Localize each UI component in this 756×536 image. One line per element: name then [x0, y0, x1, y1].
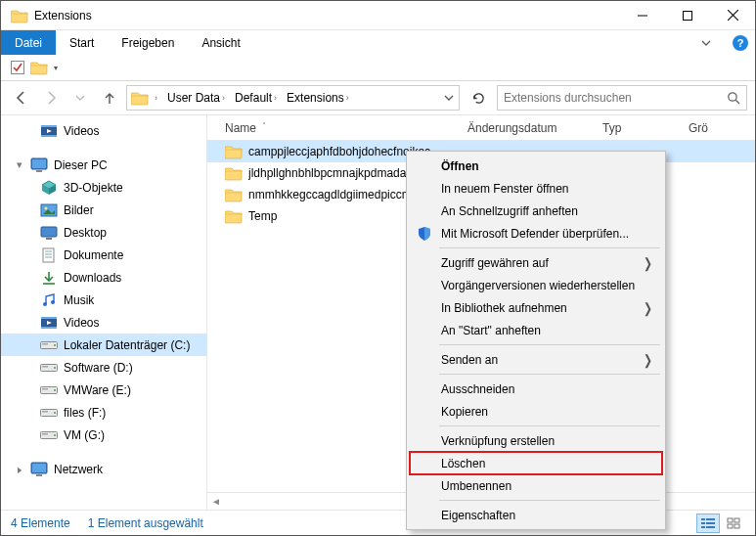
submenu-arrow-icon — [644, 353, 652, 367]
svg-rect-22 — [41, 227, 57, 237]
qat-checkbox[interactable] — [11, 61, 24, 74]
breadcrumb-segment[interactable]: User Data › — [163, 91, 229, 105]
breadcrumb-segment[interactable]: Extensions › — [283, 91, 353, 105]
svg-rect-7 — [684, 11, 692, 20]
breadcrumb[interactable]: › User Data ›Default ›Extensions › — [126, 85, 460, 111]
view-large-icons-button[interactable] — [722, 514, 745, 533]
menu-item[interactable]: In neuem Fenster öffnen — [410, 177, 662, 200]
folder-icon — [225, 144, 243, 159]
file-name: Temp — [248, 209, 277, 223]
search-box[interactable] — [497, 85, 747, 111]
menu-item[interactable]: An "Start" anheften — [410, 319, 662, 341]
svg-point-20 — [45, 206, 48, 209]
ribbon-tab-freigeben[interactable]: Freigeben — [108, 30, 188, 55]
menu-item[interactable]: Löschen — [410, 452, 662, 474]
svg-rect-41 — [728, 518, 733, 522]
close-button[interactable] — [710, 1, 755, 30]
ribbon-expand-button[interactable] — [687, 30, 726, 55]
menu-item[interactable]: Umbenennen — [410, 474, 662, 497]
nav-back-button[interactable] — [9, 85, 34, 111]
svg-rect-36 — [706, 518, 715, 520]
sidebar-item[interactable]: Desktop — [1, 221, 206, 244]
status-item-count: 4 Elemente — [11, 516, 70, 530]
menu-item[interactable]: Eigenschaften — [410, 504, 662, 526]
minimize-button[interactable] — [620, 1, 665, 30]
sidebar-item[interactable]: files (F:) — [1, 401, 206, 424]
sidebar-item[interactable]: Videos — [1, 119, 206, 142]
breadcrumb-folder-icon — [131, 90, 149, 106]
menu-separator — [439, 425, 660, 426]
maximize-button[interactable] — [665, 1, 710, 30]
column-headers[interactable]: Name˄ Änderungsdatum Typ Grö — [207, 115, 755, 141]
sidebar-item[interactable]: Lokaler Datenträger (C:) — [1, 334, 206, 356]
qat-dropdown-icon[interactable]: ▾ — [54, 64, 58, 72]
sidebar-item[interactable]: Bilder — [1, 199, 206, 221]
nav-up-button[interactable] — [97, 85, 122, 111]
menu-item[interactable]: Zugriff gewähren auf — [410, 251, 662, 274]
chevron-right-icon: › — [222, 93, 225, 103]
menu-item[interactable]: Ausschneiden — [410, 378, 662, 400]
ribbon-tabs: DateiStartFreigebenAnsicht ? — [1, 30, 755, 55]
chevron-right-icon: › — [155, 93, 157, 103]
column-modified[interactable]: Änderungsdatum — [467, 121, 602, 135]
sidebar-item[interactable]: VMWare (E:) — [1, 379, 206, 401]
navigation-pane[interactable]: VideosDieser PC3D-ObjekteBilderDesktopDo… — [1, 115, 207, 510]
chevron-right-icon: › — [274, 93, 277, 103]
menu-item[interactable]: Öffnen — [410, 155, 662, 177]
submenu-arrow-icon — [644, 301, 652, 315]
svg-rect-44 — [734, 524, 739, 528]
view-details-button[interactable] — [696, 514, 720, 533]
menu-item[interactable]: Kopieren — [410, 400, 662, 423]
network-icon — [30, 462, 48, 477]
svg-rect-43 — [728, 524, 733, 528]
svg-point-10 — [729, 93, 736, 101]
downloads-icon — [40, 270, 58, 286]
drive-icon — [40, 337, 58, 353]
videos-icon — [40, 315, 58, 331]
pictures-icon — [40, 202, 58, 218]
search-icon[interactable] — [727, 91, 740, 105]
titlebar: Extensions — [1, 1, 755, 30]
menu-item[interactable]: Mit Microsoft Defender überprüfen... — [410, 222, 662, 245]
videos-icon — [40, 123, 58, 139]
ribbon-tab-start[interactable]: Start — [56, 30, 108, 55]
breadcrumb-segment[interactable]: Default › — [231, 91, 281, 105]
menu-separator — [439, 500, 660, 501]
menu-item[interactable]: Senden an — [410, 348, 662, 371]
nav-recent-dropdown[interactable] — [67, 85, 93, 111]
menu-item[interactable]: In Bibliothek aufnehmen — [410, 296, 662, 319]
sidebar-item[interactable]: Musik — [1, 289, 206, 311]
context-menu[interactable]: ÖffnenIn neuem Fenster öffnenAn Schnellz… — [406, 151, 666, 530]
sidebar-item[interactable]: VM (G:) — [1, 424, 206, 446]
svg-line-11 — [735, 100, 739, 104]
qat-folder-icon[interactable] — [30, 60, 48, 75]
svg-rect-13 — [41, 125, 57, 127]
search-input[interactable] — [504, 91, 727, 105]
ribbon-tab-datei[interactable]: Datei — [1, 30, 56, 55]
sidebar-item[interactable]: 3D-Objekte — [1, 176, 206, 199]
sidebar-item[interactable]: Software (D:) — [1, 356, 206, 379]
refresh-button[interactable] — [466, 85, 491, 111]
svg-rect-23 — [46, 238, 52, 240]
help-button[interactable]: ? — [726, 30, 755, 55]
column-name[interactable]: Name — [225, 121, 256, 135]
shield-icon — [416, 225, 433, 243]
svg-rect-24 — [43, 248, 54, 262]
folder-icon — [225, 208, 243, 224]
menu-item[interactable]: Verknüpfung erstellen — [410, 429, 662, 452]
menu-item[interactable]: Vorgängerversionen wiederherstellen — [410, 274, 662, 296]
column-type[interactable]: Typ — [602, 121, 689, 135]
sidebar-item[interactable]: Videos — [1, 311, 206, 334]
chevron-right-icon: › — [346, 93, 349, 103]
menu-item[interactable]: An Schnellzugriff anheften — [410, 200, 662, 222]
ribbon-tab-ansicht[interactable]: Ansicht — [188, 30, 253, 55]
column-size[interactable]: Grö — [689, 121, 755, 135]
nav-forward-button[interactable] — [38, 85, 64, 111]
submenu-arrow-icon — [644, 256, 652, 270]
sidebar-item[interactable]: Downloads — [1, 266, 206, 289]
svg-rect-38 — [706, 522, 715, 524]
sidebar-item[interactable]: Dokumente — [1, 244, 206, 266]
sidebar-item-this-pc[interactable]: Dieser PC — [1, 154, 206, 176]
sidebar-item-network[interactable]: Netzwerk — [1, 458, 206, 480]
address-history-dropdown[interactable] — [439, 93, 459, 103]
